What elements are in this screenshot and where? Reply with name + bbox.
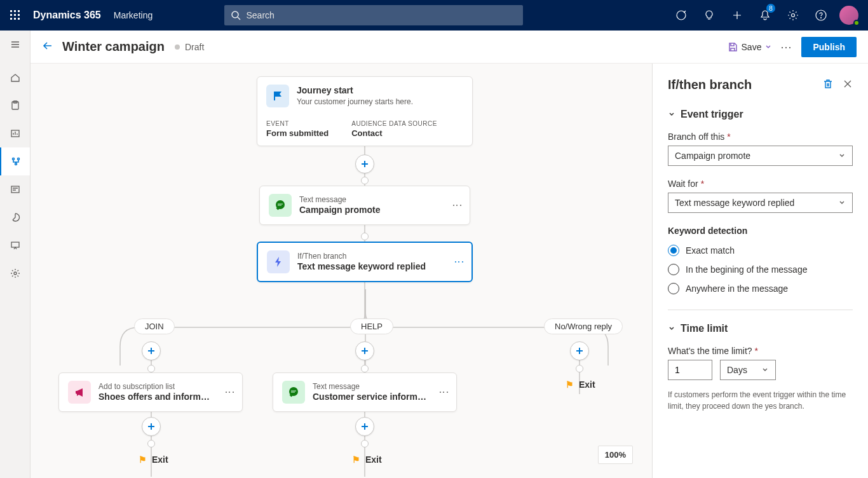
node-if-then-branch[interactable]: If/Then branch Text message keyword repl… (257, 242, 473, 282)
sms-icon (282, 381, 305, 404)
node-more-button[interactable]: ⋮ (224, 387, 236, 397)
svg-point-17 (12, 158, 14, 160)
node-more-button[interactable]: ⋮ (453, 257, 465, 267)
node-more-button[interactable]: ⋮ (438, 387, 450, 397)
meta-value: Contact (351, 128, 437, 138)
svg-point-13 (821, 18, 822, 18)
connector-dot (361, 177, 369, 184)
chevron-down-icon (761, 366, 769, 374)
add-step-button[interactable] (355, 417, 374, 436)
svg-rect-3 (10, 14, 12, 16)
node-text-message[interactable]: Text message Customer service informat..… (273, 372, 457, 412)
more-button[interactable]: ⋯ (780, 40, 792, 54)
svg-rect-2 (18, 10, 20, 12)
nav-hamburger[interactable] (0, 31, 31, 58)
add-step-button[interactable] (142, 417, 161, 436)
back-button[interactable] (42, 40, 53, 54)
search-input[interactable]: Search (224, 5, 523, 25)
radio-exact-match[interactable]: Exact match (668, 245, 853, 256)
radio-anywhere[interactable]: Anywhere in the message (668, 283, 853, 294)
field-label: Branch off this* (668, 132, 853, 142)
flag-icon: ⚑ (139, 454, 147, 465)
target-icon[interactable] (667, 0, 695, 31)
time-unit-select[interactable]: Days (720, 360, 776, 380)
lightning-icon (267, 250, 290, 273)
svg-rect-5 (18, 14, 20, 16)
save-label: Save (742, 42, 762, 52)
nav-present[interactable] (0, 231, 31, 259)
help-icon[interactable] (807, 0, 835, 31)
add-icon[interactable] (723, 0, 751, 31)
app-launcher[interactable] (0, 0, 31, 31)
chevron-down-icon (668, 325, 675, 332)
nav-form[interactable] (0, 175, 31, 203)
status-dot (175, 44, 180, 50)
add-step-button[interactable] (355, 154, 374, 174)
node-subscription[interactable]: Add to subscription list Shoes offers an… (58, 372, 243, 412)
chevron-down-icon (765, 44, 771, 50)
svg-rect-8 (18, 18, 20, 20)
node-desc: Your customer journey starts here. (297, 97, 463, 106)
chevron-down-icon (838, 199, 846, 207)
profile-avatar[interactable] (835, 0, 863, 31)
branch-label[interactable]: HELP (350, 318, 393, 334)
close-icon[interactable] (843, 79, 853, 92)
node-kind: Text message (299, 195, 442, 204)
delete-icon[interactable] (822, 78, 834, 92)
meta-value: Form submitted (266, 128, 329, 138)
branch-label[interactable]: No/Wrong reply (544, 318, 623, 334)
nav-home[interactable] (0, 64, 31, 92)
zoom-level[interactable]: 100% (598, 446, 633, 464)
nav-clipboard[interactable] (0, 92, 31, 119)
node-title: Text message keyword replied (297, 261, 444, 272)
svg-rect-0 (10, 10, 12, 12)
notifications-icon[interactable]: 8 (751, 0, 779, 31)
flag-icon: ⚑ (352, 454, 360, 465)
section-time-limit[interactable]: Time limit (668, 323, 853, 334)
nav-settings[interactable] (0, 259, 31, 287)
add-step-button[interactable] (142, 341, 161, 360)
connector-dot (147, 440, 155, 447)
svg-point-11 (792, 14, 795, 17)
node-title: Shoes offers and information (98, 391, 214, 402)
connector-dot (361, 440, 369, 447)
node-title: Campaign promote (299, 204, 442, 215)
add-step-button[interactable] (355, 341, 374, 360)
save-icon (728, 42, 738, 52)
command-bar: Winter campaign Draft Save ⋯ Publish (31, 31, 868, 64)
node-kind: If/Then branch (297, 252, 444, 261)
node-more-button[interactable]: ⋮ (451, 200, 463, 210)
header-actions: 8 (667, 0, 863, 31)
node-text-message[interactable]: Text message Campaign promote ⋮ (259, 186, 470, 225)
node-kind: Add to subscription list (98, 382, 214, 391)
nav-journey[interactable] (0, 147, 30, 175)
section-event-trigger[interactable]: Event trigger (668, 109, 853, 120)
publish-button[interactable]: Publish (801, 37, 857, 57)
chevron-down-icon (668, 111, 675, 118)
nav-chart[interactable] (0, 119, 31, 147)
branch-label[interactable]: JOIN (134, 318, 175, 334)
svg-point-19 (15, 163, 17, 165)
nav-analytics[interactable] (0, 203, 31, 231)
node-title: Journey start (297, 85, 463, 96)
lightbulb-icon[interactable] (695, 0, 723, 31)
svg-rect-1 (14, 10, 16, 12)
svg-point-9 (232, 11, 238, 18)
global-header: Dynamics 365 Marketing Search 8 (0, 0, 868, 31)
node-title: Customer service informat.. (313, 391, 428, 402)
time-limit-input[interactable] (668, 360, 712, 380)
branch-off-select[interactable]: Campaign promote (668, 146, 853, 166)
journey-canvas[interactable]: Journey start Your customer journey star… (31, 64, 652, 478)
add-step-button[interactable] (570, 341, 589, 360)
save-button[interactable]: Save (728, 42, 772, 52)
field-label: What's the time limit?* (668, 346, 853, 356)
node-journey-start[interactable]: Journey start Your customer journey star… (257, 76, 473, 146)
app-label[interactable]: Marketing (114, 10, 153, 20)
search-placeholder: Search (246, 10, 274, 20)
field-label: Wait for* (668, 179, 853, 189)
connector-dot (576, 365, 583, 372)
settings-icon[interactable] (779, 0, 807, 31)
exit-label: ⚑Exit (352, 454, 382, 465)
radio-beginning[interactable]: In the begining of the message (668, 264, 853, 275)
wait-for-select[interactable]: Text message keyword replied (668, 193, 853, 213)
